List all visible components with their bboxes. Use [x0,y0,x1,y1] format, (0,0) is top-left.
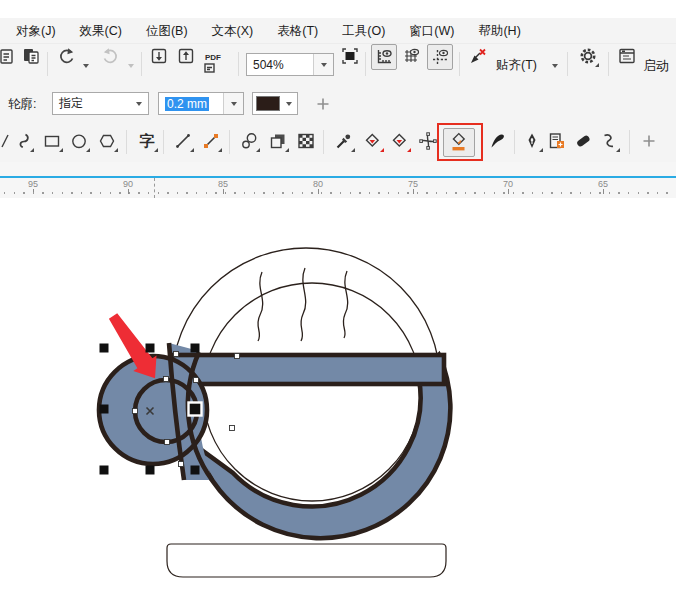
steam-line[interactable] [343,271,347,338]
curve-node[interactable] [230,426,235,431]
steam-line[interactable] [301,268,306,341]
selection-handle[interactable] [189,403,202,416]
curve-node[interactable] [179,462,184,467]
inner-cup-circle[interactable] [203,283,421,501]
selection-handle[interactable] [191,466,200,475]
curve-node[interactable] [164,377,169,382]
cup-rim-band[interactable] [172,355,444,384]
selection-handle[interactable] [191,344,200,353]
curve-node[interactable] [235,354,240,359]
curve-node[interactable] [165,440,170,445]
selection-handle[interactable] [100,344,109,353]
coffee-cup-artwork [0,0,676,595]
curve-node[interactable] [133,409,138,414]
curve-node[interactable] [174,352,179,357]
curve-node[interactable] [194,378,199,383]
selection-handle[interactable] [146,344,155,353]
selection-handle[interactable] [100,405,109,414]
steam-line[interactable] [258,272,263,341]
coreldraw-window: 对象(J) 效果(C) 位图(B) 文本(X) 表格(T) 工具(O) 窗口(W… [0,0,676,595]
saucer[interactable] [167,544,446,577]
selection-handle[interactable] [146,466,155,475]
selection-handle[interactable] [100,466,109,475]
